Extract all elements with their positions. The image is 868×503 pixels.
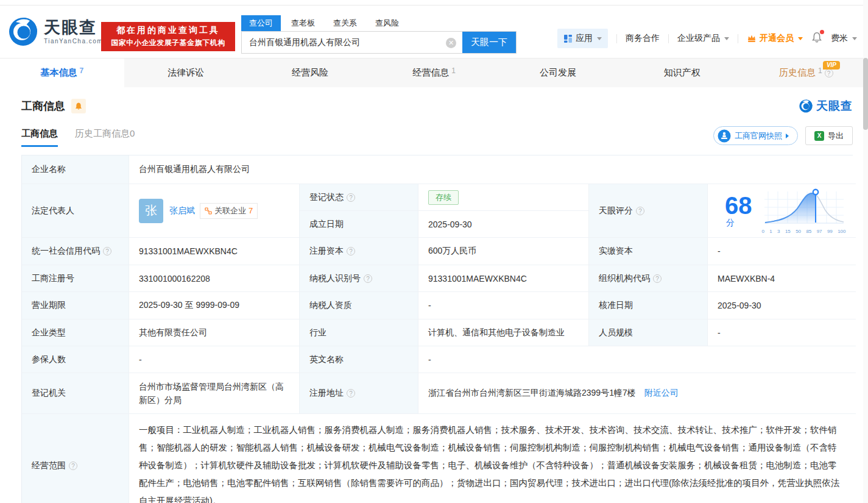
subtab-history-business-info[interactable]: 历史工商信息0 (75, 128, 135, 147)
value-text: MAEWXKBN-4 (718, 274, 775, 284)
scrollbar-thumb[interactable] (863, 58, 868, 130)
value-text: - (139, 355, 142, 365)
field-value-business-term: 2025-09-30 至 9999-09-09 (129, 291, 299, 319)
subtab-business-info[interactable]: 工商信息 (21, 128, 58, 147)
page-top-divider (0, 0, 868, 5)
tab-label: 经营信息 (412, 67, 449, 79)
help-icon[interactable] (347, 389, 355, 398)
search-tab-risk[interactable]: 查风险 (367, 15, 407, 31)
help-icon[interactable] (347, 247, 355, 255)
notifications-button[interactable] (811, 32, 822, 45)
label-text: 行业 (309, 327, 326, 338)
field-value-business-scope: 一般项目：工业机器人制造；工业机器人销售；服务消费机器人制造；服务消费机器人销售… (129, 413, 856, 503)
field-value-english-name: - (418, 346, 856, 373)
tab-count: 1 (818, 66, 822, 75)
export-button[interactable]: X 导出 (805, 126, 853, 145)
tick: 0 (762, 229, 764, 234)
tick: 1 (769, 229, 772, 234)
chevron-down-icon (852, 37, 857, 40)
tick: 99 (827, 229, 833, 234)
label-text: 天眼评分 (599, 205, 633, 216)
coop-label: 商务合作 (626, 33, 660, 44)
search-tab-relation[interactable]: 查关系 (325, 15, 365, 31)
avatar[interactable]: 张 (139, 199, 163, 223)
value-text: - (428, 301, 431, 310)
nav-divider (616, 34, 617, 43)
search-button[interactable]: 天眼一下 (462, 32, 516, 53)
field-value-insured-count: - (129, 346, 299, 373)
clear-search-icon[interactable]: ✕ (446, 38, 456, 48)
vip-label: 开通会员 (760, 33, 794, 44)
official-snapshot-button[interactable]: 工商官网快照 (713, 126, 798, 145)
arrow-right-icon (786, 134, 789, 138)
tab-intellectual-property[interactable]: 知识产权 (620, 59, 744, 87)
help-icon[interactable] (364, 274, 372, 283)
user-menu[interactable]: 费米 (831, 33, 857, 44)
export-label: 导出 (828, 130, 844, 141)
subscribe-bell-button[interactable] (71, 99, 86, 113)
subtab-actions: 工商官网快照 X 导出 (713, 126, 853, 149)
bell-icon (74, 102, 83, 111)
value-text: 91331001MAEWXKBN4C (428, 274, 527, 284)
legal-rep-link[interactable]: 张启斌 (169, 205, 195, 216)
apps-label: 应用 (576, 33, 593, 44)
logo-text: 天眼查 TianYanCha.com (44, 20, 103, 45)
tab-label: 法律诉讼 (168, 67, 204, 79)
score-unit: 分 (726, 218, 735, 227)
help-icon[interactable] (103, 247, 111, 255)
tab-operation-risk[interactable]: 经营风险 (248, 59, 372, 87)
help-icon[interactable] (69, 462, 77, 470)
search-input[interactable] (242, 32, 462, 53)
field-label-establish-date: 成立日期 (299, 210, 418, 237)
value-text: 2025-09-30 (428, 219, 472, 229)
field-value-paid-capital: - (707, 237, 856, 265)
label-text: 核准日期 (599, 300, 633, 311)
search-tab-boss[interactable]: 查老板 (283, 15, 323, 31)
help-icon[interactable] (825, 69, 833, 77)
value-text: 2025-09-30 至 9999-09-09 (139, 300, 239, 311)
search-tabs: 查公司 查老板 查关系 查风险 (241, 15, 517, 31)
related-companies-badge[interactable]: 关联企业 7 (200, 203, 258, 219)
chevron-down-icon (597, 37, 602, 40)
tab-basic-info[interactable]: 基本信息 7 (0, 59, 124, 87)
tab-company-development[interactable]: 公司发展 (496, 59, 620, 87)
field-label-registered-address: 注册地址 (299, 373, 418, 413)
field-label-tianyan-score: 天眼评分 (588, 184, 707, 237)
field-value-staff-size: - (707, 319, 856, 346)
field-label-business-scope: 经营范围 (22, 413, 129, 503)
enterprise-products-menu[interactable]: 企业级产品 (677, 33, 729, 44)
label-text: 纳税人资质 (309, 300, 352, 311)
tab-operation-info[interactable]: 经营信息 1 (372, 59, 496, 87)
value-text: - (718, 328, 721, 338)
search-tab-company[interactable]: 查公司 (241, 15, 281, 31)
label-text: 法定代表人 (32, 205, 74, 216)
field-value-establish-date: 2025-09-30 (418, 210, 588, 237)
nearby-companies-link[interactable]: 附近公司 (644, 388, 679, 399)
help-icon[interactable] (347, 193, 355, 202)
help-icon[interactable] (636, 207, 644, 215)
field-value-registration-status: 存续 (418, 184, 588, 210)
open-vip-menu[interactable]: 开通会员 (747, 33, 803, 44)
tab-history-info[interactable]: VIP 历史信息 1 (744, 59, 868, 87)
tianyancha-logo[interactable]: 天眼查 TianYanCha.com (7, 16, 103, 48)
field-value-registration-number: 331001000162208 (129, 265, 299, 291)
score-number-wrap: 68分 (725, 193, 752, 229)
field-value-taxpayer-quality: - (418, 291, 588, 319)
field-label-approval-date: 核准日期 (588, 291, 707, 319)
business-cooperation-link[interactable]: 商务合作 (626, 33, 660, 44)
username: 费米 (831, 33, 848, 44)
field-label-registered-capital: 注册资本 (299, 237, 418, 265)
help-icon[interactable] (653, 274, 662, 283)
field-value-registration-authority: 台州市市场监督管理局台州湾新区（高新区）分局 (129, 373, 299, 413)
apps-menu[interactable]: 应用 (557, 29, 608, 48)
field-label-taxpayer-quality: 纳税人资质 (299, 291, 418, 319)
tab-count: 1 (451, 66, 456, 75)
brand-domain: TianYanCha.com (44, 38, 103, 45)
watermark-text: 天眼查 (816, 98, 853, 114)
nav-divider (668, 34, 669, 43)
field-value-industry: 计算机、通信和其他电子设备制造业 (418, 319, 588, 346)
field-value-tianyan-score: 68分 (707, 184, 856, 237)
page-scrollbar[interactable] (863, 0, 868, 503)
tab-legal-litigation[interactable]: 法律诉讼 (124, 59, 249, 87)
tab-label: 基本信息 (40, 67, 77, 79)
